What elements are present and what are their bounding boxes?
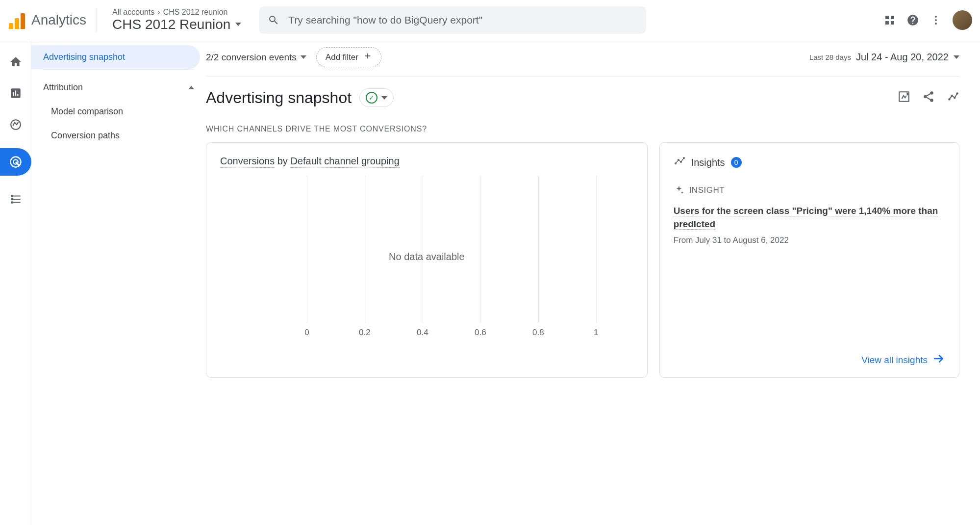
insight-label: INSIGHT bbox=[689, 185, 725, 195]
sparkle-icon bbox=[674, 185, 684, 196]
svg-point-7 bbox=[11, 120, 21, 130]
chart-title: Conversions by Default channel grouping bbox=[220, 156, 633, 167]
insights-icon[interactable] bbox=[947, 90, 959, 105]
caret-down-icon bbox=[301, 55, 306, 59]
divider bbox=[43, 69, 194, 70]
insights-badge: 0 bbox=[731, 157, 742, 168]
svg-point-15 bbox=[924, 95, 927, 99]
sidebar-item-advertising-snapshot[interactable]: Advertising snapshot bbox=[31, 45, 200, 69]
search-icon bbox=[268, 14, 279, 26]
insight-label-row: INSIGHT bbox=[674, 185, 945, 196]
title-actions bbox=[898, 90, 959, 105]
svg-rect-1 bbox=[891, 16, 894, 19]
insights-title: Insights bbox=[691, 157, 725, 168]
chevron-right-icon: › bbox=[157, 8, 160, 17]
breadcrumb-leaf: CHS 2012 reunion bbox=[163, 8, 228, 17]
sidebar-section-title: Attribution bbox=[43, 82, 83, 93]
logo-area: Analytics bbox=[8, 8, 97, 32]
axis-tick: 0.6 bbox=[475, 328, 486, 338]
date-range-label: Last 28 days bbox=[809, 53, 851, 61]
view-all-insights-link[interactable]: View all insights bbox=[861, 352, 945, 368]
insights-sparkline-icon bbox=[674, 156, 685, 169]
insight-date: From July 31 to August 6, 2022 bbox=[674, 236, 945, 245]
rail-reports-icon[interactable] bbox=[8, 85, 24, 101]
conversion-events-label: 2/2 conversion events bbox=[206, 52, 297, 63]
header: Analytics All accounts › CHS 2012 reunio… bbox=[0, 0, 980, 40]
svg-rect-2 bbox=[885, 21, 889, 25]
search-placeholder: Try searching "how to do BigQuery export… bbox=[288, 14, 482, 26]
insights-header: Insights 0 bbox=[674, 156, 945, 169]
axis-tick: 0.2 bbox=[359, 328, 371, 338]
section-heading: WHICH CHANNELS DRIVE THE MOST CONVERSION… bbox=[206, 125, 959, 133]
check-circle-icon: ✓ bbox=[366, 92, 377, 104]
svg-point-6 bbox=[935, 23, 937, 25]
svg-rect-3 bbox=[891, 21, 894, 25]
date-range-selector[interactable]: Last 28 days Jul 24 - Aug 20, 2022 bbox=[809, 52, 959, 63]
axis-tick: 0.8 bbox=[532, 328, 544, 338]
header-actions bbox=[884, 10, 972, 30]
arrow-right-icon bbox=[932, 352, 945, 368]
add-filter-button[interactable]: Add filter bbox=[316, 47, 381, 67]
sidebar: Advertising snapshot Attribution Model c… bbox=[31, 40, 206, 525]
property-selector[interactable]: CHS 2012 Reunion bbox=[112, 17, 241, 32]
rail-explore-icon[interactable] bbox=[8, 117, 24, 132]
axis-tick: 0.4 bbox=[417, 328, 428, 338]
toolbar: 2/2 conversion events Add filter Last 28… bbox=[206, 47, 959, 77]
sidebar-section-attribution[interactable]: Attribution bbox=[31, 74, 206, 100]
insight-text[interactable]: Users for the screen class "Pricing" wer… bbox=[674, 206, 938, 230]
plus-icon bbox=[363, 52, 372, 63]
breadcrumb: All accounts › CHS 2012 reunion bbox=[112, 8, 241, 17]
breadcrumb-root: All accounts bbox=[112, 8, 154, 17]
cards-row: Conversions by Default channel grouping … bbox=[206, 142, 959, 378]
customize-icon[interactable] bbox=[898, 90, 910, 105]
caret-down-icon bbox=[381, 96, 387, 100]
add-filter-label: Add filter bbox=[326, 52, 358, 62]
avatar[interactable] bbox=[953, 10, 972, 30]
share-icon[interactable] bbox=[922, 90, 935, 105]
rail-configure-icon[interactable] bbox=[8, 191, 24, 207]
chevron-up-icon bbox=[188, 86, 194, 89]
account-selector[interactable]: All accounts › CHS 2012 reunion CHS 2012… bbox=[112, 8, 241, 32]
axis-tick: 0 bbox=[304, 328, 309, 338]
caret-down-icon bbox=[954, 55, 959, 59]
date-range-value: Jul 24 - Aug 20, 2022 bbox=[856, 52, 949, 63]
more-vert-icon[interactable] bbox=[930, 14, 942, 26]
view-all-label: View all insights bbox=[861, 355, 928, 366]
svg-point-16 bbox=[930, 99, 933, 102]
svg-rect-12 bbox=[11, 201, 13, 203]
analytics-logo-icon bbox=[8, 11, 25, 29]
no-data-message: No data available bbox=[389, 251, 465, 262]
nav-rail bbox=[0, 40, 31, 525]
chart-dimension[interactable]: Default channel grouping bbox=[290, 156, 399, 168]
svg-rect-10 bbox=[11, 195, 13, 197]
sidebar-item-conversion-paths[interactable]: Conversion paths bbox=[31, 124, 206, 148]
page-title-row: Advertising snapshot ✓ bbox=[206, 88, 959, 107]
svg-point-4 bbox=[935, 16, 937, 18]
conversion-events-selector[interactable]: 2/2 conversion events bbox=[206, 52, 306, 63]
status-chip[interactable]: ✓ bbox=[359, 88, 394, 107]
sidebar-item-model-comparison[interactable]: Model comparison bbox=[31, 100, 206, 124]
conversions-card: Conversions by Default channel grouping … bbox=[206, 142, 648, 378]
svg-point-5 bbox=[935, 19, 937, 21]
page-title: Advertising snapshot bbox=[206, 89, 352, 107]
main-content: 2/2 conversion events Add filter Last 28… bbox=[206, 40, 980, 525]
svg-rect-0 bbox=[885, 16, 889, 19]
search-bar[interactable]: Try searching "how to do BigQuery export… bbox=[259, 6, 646, 34]
product-name: Analytics bbox=[31, 12, 86, 28]
svg-point-14 bbox=[930, 91, 933, 95]
axis-tick: 1 bbox=[594, 328, 598, 338]
chart-title-mid: by bbox=[275, 156, 290, 166]
svg-rect-11 bbox=[11, 198, 13, 200]
apps-icon[interactable] bbox=[884, 14, 896, 26]
help-icon[interactable] bbox=[906, 14, 919, 26]
rail-home-icon[interactable] bbox=[8, 54, 24, 70]
chart-area: No data available 0 0.2 0.4 0.6 0.8 1 bbox=[220, 176, 633, 338]
rail-advertising-icon[interactable] bbox=[0, 148, 31, 176]
chart-metric[interactable]: Conversions bbox=[220, 156, 275, 168]
property-name: CHS 2012 Reunion bbox=[112, 17, 230, 32]
insights-card: Insights 0 INSIGHT Users for the screen … bbox=[659, 142, 959, 378]
caret-down-icon bbox=[235, 23, 241, 26]
